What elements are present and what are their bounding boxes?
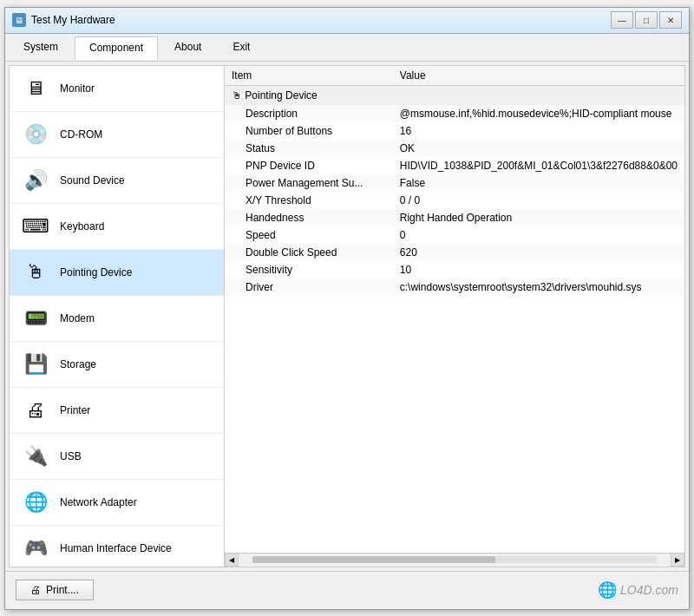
pointing-icon: 🖱: [20, 257, 51, 288]
sidebar-label-cdrom: CD-ROM: [60, 128, 102, 141]
scrollbar-track[interactable]: [252, 556, 657, 563]
scrollbar-thumb[interactable]: [252, 556, 495, 563]
table-row: PNP Device ID HID\VID_1038&PID_200f&MI_0…: [225, 157, 684, 174]
print-icon: 🖨: [30, 584, 41, 596]
table-row: Power Management Su... False: [225, 174, 684, 192]
row-item-8: Double Click Speed: [225, 244, 393, 261]
sidebar-item-printer[interactable]: 🖨 Printer: [10, 388, 224, 434]
window-controls: — □ ✕: [611, 11, 682, 29]
print-label: Print....: [46, 584, 79, 596]
table-row: Sensitivity 10: [225, 261, 684, 279]
data-table[interactable]: Item Value 🖱 Pointing Device Descri: [225, 66, 684, 553]
sidebar-item-keyboard[interactable]: ⌨ Keyboard: [10, 204, 224, 250]
row-item-9: Sensitivity: [225, 261, 393, 279]
row-value-9: 10: [393, 261, 684, 279]
modem-icon: 📟: [20, 303, 51, 334]
sidebar-label-keyboard: Keyboard: [60, 220, 104, 233]
window-title: Test My Hardware: [31, 14, 115, 26]
sidebar-item-cdrom[interactable]: 💿 CD-ROM: [10, 112, 224, 158]
table-row: Driver c:\windows\systemroot\system32\dr…: [225, 279, 684, 296]
sidebar-item-network[interactable]: 🌐 Network Adapter: [10, 480, 224, 526]
row-item-3: PNP Device ID: [225, 157, 393, 174]
close-button[interactable]: ✕: [659, 11, 682, 29]
title-bar: 🖥 Test My Hardware — □ ✕: [5, 8, 689, 34]
row-value-2: OK: [393, 140, 684, 157]
sidebar-label-monitor: Monitor: [60, 82, 95, 95]
sidebar-item-sound[interactable]: 🔊 Sound Device: [10, 158, 224, 204]
row-item-1: Number of Buttons: [225, 122, 393, 140]
row-value-6: Right Handed Operation: [393, 209, 684, 226]
sidebar: 🖥 Monitor 💿 CD-ROM 🔊 Sound Device ⌨ Keyb…: [10, 66, 225, 567]
section-icon: 🖱: [232, 89, 242, 102]
table-row: Description @msmouse.inf,%hid.mousedevic…: [225, 105, 684, 122]
maximize-button[interactable]: □: [635, 11, 658, 29]
section-name: Pointing Device: [245, 89, 317, 102]
row-value-7: 0: [393, 226, 684, 244]
row-value-1: 16: [393, 122, 684, 140]
tab-exit[interactable]: Exit: [218, 36, 265, 59]
sidebar-item-monitor[interactable]: 🖥 Monitor: [10, 66, 224, 112]
tab-about[interactable]: About: [160, 36, 216, 59]
sidebar-label-sound: Sound Device: [60, 174, 125, 187]
content-area: 🖥 Monitor 💿 CD-ROM 🔊 Sound Device ⌨ Keyb…: [9, 65, 685, 567]
row-item-5: X/Y Threshold: [225, 192, 393, 209]
watermark-badge: 🌐 LO4D.com: [598, 580, 678, 600]
watermark-text: LO4D.com: [620, 583, 678, 597]
sidebar-item-usb[interactable]: 🔌 USB: [10, 434, 224, 480]
main-panel: Item Value 🖱 Pointing Device Descri: [225, 66, 684, 567]
table-row: Number of Buttons 16: [225, 122, 684, 140]
row-item-0: Description: [225, 105, 393, 122]
title-bar-left: 🖥 Test My Hardware: [12, 13, 115, 27]
main-window: 🖥 Test My Hardware — □ ✕ System Componen…: [4, 7, 690, 610]
sidebar-label-hid: Human Interface Device: [60, 542, 172, 554]
tab-component[interactable]: Component: [75, 36, 158, 60]
sidebar-item-modem[interactable]: 📟 Modem: [10, 296, 224, 342]
sidebar-label-usb: USB: [60, 450, 82, 462]
print-button[interactable]: 🖨 Print....: [16, 580, 94, 600]
row-value-8: 620: [393, 244, 684, 261]
sidebar-item-hid[interactable]: 🎮 Human Interface Device: [10, 526, 224, 567]
sidebar-label-printer: Printer: [60, 404, 90, 416]
info-table: Item Value 🖱 Pointing Device Descri: [225, 66, 684, 296]
table-row: Double Click Speed 620: [225, 244, 684, 261]
usb-icon: 🔌: [20, 441, 51, 472]
row-item-7: Speed: [225, 226, 393, 244]
sidebar-label-network: Network Adapter: [60, 496, 137, 508]
watermark-globe-icon: 🌐: [598, 580, 617, 600]
row-value-5: 0 / 0: [393, 192, 684, 209]
cdrom-icon: 💿: [20, 119, 51, 150]
hid-icon: 🎮: [20, 533, 51, 564]
menu-bar: System Component About Exit: [5, 34, 689, 62]
table-row: Status OK: [225, 140, 684, 157]
col-item: Item: [225, 66, 393, 86]
row-value-4: False: [393, 174, 684, 192]
app-icon: 🖥: [12, 13, 26, 27]
table-row: Handedness Right Handed Operation: [225, 209, 684, 226]
row-item-6: Handedness: [225, 209, 393, 226]
table-row: Speed 0: [225, 226, 684, 244]
keyboard-icon: ⌨: [20, 211, 51, 242]
scroll-right-arrow[interactable]: ▶: [671, 553, 684, 567]
sound-icon: 🔊: [20, 165, 51, 196]
row-item-4: Power Management Su...: [225, 174, 393, 192]
monitor-icon: 🖥: [20, 73, 51, 104]
row-value-0: @msmouse.inf,%hid.mousedevice%;HID-compl…: [393, 105, 684, 122]
row-item-10: Driver: [225, 279, 393, 296]
sidebar-item-pointing[interactable]: 🖱 Pointing Device: [10, 250, 224, 296]
sidebar-item-storage[interactable]: 💾 Storage: [10, 342, 224, 388]
row-value-3: HID\VID_1038&PID_200f&MI_01&Col01\3&f227…: [393, 157, 684, 174]
storage-icon: 💾: [20, 349, 51, 380]
tab-system[interactable]: System: [9, 36, 73, 59]
horizontal-scrollbar[interactable]: ◀ ▶: [225, 553, 684, 567]
table-row: X/Y Threshold 0 / 0: [225, 192, 684, 209]
footer: 🖨 Print.... 🌐 LO4D.com: [5, 571, 689, 609]
sidebar-label-modem: Modem: [60, 312, 95, 324]
section-row: 🖱 Pointing Device: [225, 85, 684, 105]
minimize-button[interactable]: —: [611, 11, 633, 29]
col-value: Value: [393, 66, 684, 86]
sidebar-label-pointing: Pointing Device: [60, 266, 132, 279]
row-item-2: Status: [225, 140, 393, 157]
scroll-left-arrow[interactable]: ◀: [225, 553, 239, 567]
printer-icon: 🖨: [20, 395, 51, 426]
network-icon: 🌐: [20, 487, 51, 518]
